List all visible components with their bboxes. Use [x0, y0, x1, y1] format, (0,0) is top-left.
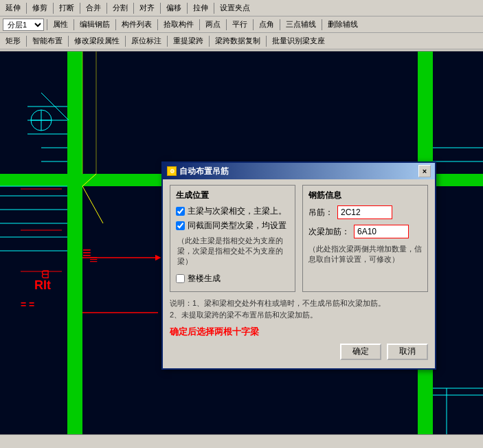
sep7	[187, 3, 188, 14]
stretch-btn[interactable]: 拉伸	[190, 2, 211, 14]
sep18	[26, 36, 27, 47]
checkbox2-label: 同截面同类型次梁，均设置	[188, 220, 287, 232]
sep11	[115, 19, 116, 30]
field2-row: 次梁加筋：	[308, 225, 422, 238]
parallel-btn[interactable]: 平行	[229, 19, 250, 30]
dialog-confirm-text: 确定后选择两根十字梁	[170, 326, 428, 338]
sep9	[47, 19, 47, 30]
dialog-close-button[interactable]: ×	[418, 165, 431, 177]
split-btn[interactable]: 分割	[110, 2, 131, 14]
cad-label-rit: RIt	[34, 278, 51, 293]
checkbox2-row: 同截面同类型次梁，均设置	[176, 220, 289, 232]
sep19	[68, 36, 69, 47]
copy-span-data-btn[interactable]: 梁跨数据复制	[212, 35, 263, 47]
setpoint-btn[interactable]: 设置夹点	[217, 2, 253, 14]
section-right-title: 钢筋信息	[308, 190, 422, 201]
field1-input[interactable]	[337, 205, 392, 219]
dialog-titlebar: ⚙ 自动布置吊筋 ×	[163, 163, 435, 179]
confirm-button[interactable]: 确定	[340, 344, 381, 360]
sep5	[133, 3, 134, 14]
sep16	[280, 19, 280, 30]
sep20	[125, 36, 126, 47]
field1-label: 吊筋：	[308, 207, 333, 219]
checkbox1-label: 主梁与次梁相交，主梁上。	[188, 205, 287, 217]
section-left-title: 生成位置	[176, 190, 289, 201]
checkbox1[interactable]	[176, 207, 185, 216]
cancel-button[interactable]: 取消	[387, 344, 428, 360]
smart-layout-btn[interactable]: 智能布置	[30, 35, 65, 47]
pick-component-btn[interactable]: 拾取构件	[161, 19, 196, 30]
three-point-btn[interactable]: 三点辅线	[283, 19, 319, 30]
right-note-text: （此处指次梁两侧共增加数量，信息取自计算设置，可修改）	[308, 244, 422, 265]
note1-text: （此处主梁是指相交处为支座的梁，次梁是指相交处不为支座的梁）	[176, 234, 289, 269]
field2-label: 次梁加筋：	[308, 226, 350, 238]
dialog-app-icon: ⚙	[167, 166, 177, 176]
section-left: 生成位置 主梁与次梁相交，主梁上。 同截面同类型次梁，均设置 （此处主梁是指相交…	[170, 185, 295, 292]
dialog-info: 说明：1、梁和梁相交处外有柱或墙时，不生成吊筋和次梁加筋。 2、未提取梁跨的梁不…	[170, 298, 428, 322]
checkbox3[interactable]	[176, 274, 185, 283]
checkbox3-label: 整楼生成	[188, 273, 221, 284]
toolbar-row-1: 延伸 修剪 打断 合并 分割 对齐 偏移 拉伸 设置夹点	[0, 0, 483, 16]
batch-identify-btn[interactable]: 批量识别梁支座	[269, 35, 328, 47]
sep15	[253, 19, 254, 30]
sep3	[80, 3, 80, 14]
sep2	[53, 3, 54, 14]
sep13	[199, 19, 200, 30]
trim-btn[interactable]: 修剪	[30, 2, 50, 14]
property-btn[interactable]: 属性	[50, 19, 71, 30]
merge-btn[interactable]: 合并	[83, 2, 104, 14]
section-right: 钢筋信息 吊筋： 次梁加筋： （此处指次梁两侧共增加数量，信息取自计算设置，可修…	[302, 185, 428, 292]
rect-btn[interactable]: 矩形	[3, 35, 23, 47]
extend-btn[interactable]: 延伸	[3, 2, 23, 14]
sep22	[209, 36, 210, 47]
sep14	[226, 19, 227, 30]
in-situ-mark-btn[interactable]: 原位标注	[128, 35, 164, 47]
cad-rebar-symbol: ≡	[82, 244, 93, 262]
component-list-btn[interactable]: 构件列表	[119, 19, 155, 30]
status-bar	[0, 434, 483, 448]
sep4	[106, 3, 107, 14]
del-aux-btn[interactable]: 删除辅线	[325, 19, 361, 30]
info-line1: 说明：1、梁和梁相交处外有柱或墙时，不生成吊筋和次梁加筋。	[170, 298, 428, 310]
toolbar-row-3: 矩形 智能布置 修改梁段属性 原位标注 重提梁跨 梁跨数据复制 批量识别梁支座	[0, 33, 483, 49]
dialog-buttons: 确定 取消	[170, 344, 428, 363]
dialog-title-text: 自动布置吊筋	[179, 166, 229, 177]
re-extract-span-btn[interactable]: 重提梁跨	[170, 35, 206, 47]
dialog-title-left: ⚙ 自动布置吊筋	[167, 166, 229, 177]
cad-equal-sign: = =	[21, 299, 34, 310]
info-line2: 2、未提取梁跨的梁不布置吊筋和次梁加筋。	[170, 309, 428, 322]
checkbox3-row: 整楼生成	[176, 273, 289, 284]
field1-row: 吊筋：	[308, 205, 422, 219]
break-btn[interactable]: 打断	[56, 2, 77, 14]
sep6	[160, 3, 161, 14]
checkbox2[interactable]	[176, 221, 185, 230]
edit-rebar-btn[interactable]: 编辑钢筋	[77, 19, 113, 30]
dialog-sections: 生成位置 主梁与次梁相交，主梁上。 同截面同类型次梁，均设置 （此处主梁是指相交…	[170, 185, 428, 292]
sep1	[26, 3, 27, 14]
sep17	[322, 19, 322, 30]
field2-input[interactable]	[354, 225, 409, 238]
sep21	[167, 36, 168, 47]
sep12	[157, 19, 158, 30]
angle-btn[interactable]: 点角	[256, 19, 277, 30]
modify-beam-segment-btn[interactable]: 修改梁段属性	[71, 35, 122, 47]
svg-rect-1	[67, 52, 82, 434]
toolbar-row-2: 分层1 属性 编辑钢筋 构件列表 拾取构件 两点 平行 点角 三点辅线 删除辅线	[0, 16, 483, 33]
layer-selector[interactable]: 分层1	[3, 19, 44, 31]
auto-layout-stirrup-dialog: ⚙ 自动布置吊筋 × 生成位置 主梁与次梁相交，主梁上。 同截面同类型次梁，均设…	[161, 161, 436, 370]
sep23	[266, 36, 267, 47]
checkbox1-row: 主梁与次梁相交，主梁上。	[176, 205, 289, 217]
offset-btn[interactable]: 偏移	[164, 2, 184, 14]
sep10	[74, 19, 74, 30]
two-point-btn[interactable]: 两点	[203, 19, 223, 30]
align-btn[interactable]: 对齐	[137, 2, 157, 14]
toolbar-area: 延伸 修剪 打断 合并 分割 对齐 偏移 拉伸 设置夹点 分层1 属性 编辑钢筋…	[0, 0, 483, 52]
dialog-body: 生成位置 主梁与次梁相交，主梁上。 同截面同类型次梁，均设置 （此处主梁是指相交…	[163, 179, 435, 368]
sep8	[214, 3, 214, 14]
